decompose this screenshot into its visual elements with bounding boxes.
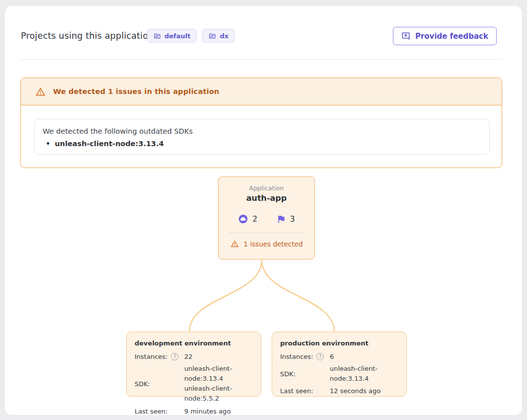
sdk-version: unleash-client-node:5.5.2 [184, 384, 253, 404]
project-badge-label: dx [220, 32, 228, 40]
issues-alert-title: We detected 1 issues in this application [53, 87, 220, 95]
sdk-label: SDK: [280, 364, 323, 384]
warning-triangle-icon [35, 86, 46, 97]
flags-count: 3 [290, 215, 295, 224]
application-card-divider [229, 233, 304, 233]
instances-count: 2 [252, 215, 257, 224]
outdated-sdk-box: We detected the following outdated SDKs … [34, 119, 490, 155]
project-badge-default[interactable]: default [147, 29, 197, 43]
project-badges: default dx [147, 29, 235, 43]
feedback-comment-plus-icon [401, 32, 410, 41]
application-name: auth-app [219, 193, 314, 203]
issues-alert: We detected 1 issues in this application… [20, 78, 502, 168]
issues-alert-header: We detected 1 issues in this application [21, 78, 502, 105]
page-title: Projects using this application [21, 31, 154, 41]
flags-stat: 3 [276, 214, 295, 224]
outdated-sdk-list: unleash-client-node:3.13.4 [43, 140, 481, 148]
instances-label: Instances: ? [135, 353, 177, 360]
last-seen-label: Last seen: [135, 408, 177, 415]
project-badge-dx[interactable]: dx [202, 29, 235, 43]
environment-card-development[interactable]: development environment Instances: ? 22 … [126, 332, 261, 397]
last-seen-value: 12 seconds ago [330, 387, 398, 395]
help-icon[interactable]: ? [316, 353, 324, 360]
application-stats: 2 3 [219, 214, 314, 224]
environment-card-production[interactable]: production environment Instances: ? 6 SD… [272, 332, 407, 397]
cloud-instances-icon [238, 214, 248, 224]
environment-details: Instances: ? 22 SDK: unleash-client-node… [135, 353, 253, 415]
provide-feedback-button[interactable]: Provide feedback [393, 27, 497, 45]
project-badge-label: default [164, 32, 190, 40]
last-seen-label: Last seen: [280, 387, 323, 395]
environment-details: Instances: ? 6 SDK: unleash-client-node:… [280, 353, 398, 395]
instances-label-text: Instances: [280, 353, 313, 360]
flag-icon [276, 214, 286, 224]
sdk-label: SDK: [135, 364, 177, 404]
sdk-version: unleash-client-node:3.13.4 [330, 364, 398, 384]
environment-title: production environment [280, 339, 398, 347]
main-panel: Projects using this application default … [5, 6, 522, 415]
instances-value: 22 [184, 353, 253, 360]
outdated-sdk-item: unleash-client-node:3.13.4 [43, 140, 481, 148]
feedback-button-label: Provide feedback [415, 32, 488, 41]
page-background: Projects using this application default … [0, 0, 527, 420]
project-folder-icon [153, 32, 161, 40]
help-icon[interactable]: ? [171, 353, 178, 360]
project-folder-icon [209, 32, 216, 40]
sdk-value: unleash-client-node:3.13.4 unleash-clien… [184, 364, 253, 404]
sdk-version: unleash-client-node:3.13.4 [184, 364, 253, 384]
environment-title: development environment [135, 339, 253, 347]
application-issues: 1 issues detected [230, 240, 303, 248]
instances-label-text: Instances: [135, 353, 167, 360]
warning-triangle-icon [230, 240, 239, 248]
outdated-sdk-intro: We detected the following outdated SDKs [43, 127, 481, 135]
application-node[interactable]: Application auth-app 2 3 [218, 176, 315, 259]
application-issues-text: 1 issues detected [244, 240, 303, 248]
application-type-label: Application [219, 184, 314, 192]
sdk-value: unleash-client-node:3.13.4 [330, 364, 398, 384]
instances-value: 6 [330, 353, 398, 360]
instances-stat: 2 [238, 214, 257, 224]
last-seen-value: 9 minutes ago [184, 408, 253, 415]
instances-label: Instances: ? [280, 353, 323, 360]
header-divider [20, 59, 502, 60]
